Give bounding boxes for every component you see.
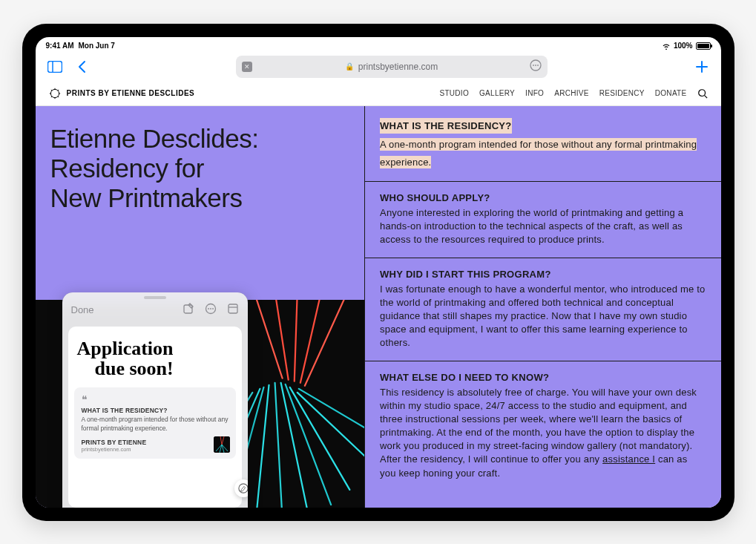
- svg-point-6: [50, 89, 59, 97]
- gear-icon: [49, 88, 61, 99]
- nav-archive[interactable]: ARCHIVE: [554, 89, 589, 97]
- hero-line-1: Etienne Desclides:: [50, 124, 350, 154]
- svg-line-16: [704, 95, 707, 98]
- close-tab-icon[interactable]: ✕: [242, 62, 252, 72]
- markup-badge-icon[interactable]: [234, 479, 248, 497]
- site-logo[interactable]: PRINTS BY ETIENNE DESCLIDES: [49, 88, 195, 99]
- faq-answer: Anyone interested in exploring the world…: [380, 206, 706, 247]
- battery-icon: [696, 42, 711, 50]
- wifi-icon: [662, 42, 671, 50]
- faq-item-3: WHY DID I START THIS PROGRAM? I was fort…: [365, 258, 720, 361]
- faq-item-2: WHO SHOULD APPLY? Anyone interested in e…: [365, 182, 720, 258]
- note-toolbar: [183, 303, 239, 318]
- lock-icon: 🔒: [345, 62, 354, 71]
- svg-point-4: [535, 65, 536, 66]
- quote-title: WHAT IS THE RESIDENCY?: [82, 407, 229, 414]
- svg-line-11: [50, 89, 51, 90]
- faq-question: WHAT IS THE RESIDENCY?: [380, 118, 512, 134]
- note-header: Done: [62, 292, 248, 322]
- svg-point-15: [698, 89, 705, 96]
- done-button[interactable]: Done: [71, 304, 94, 315]
- safari-toolbar: ✕ 🔒 printsbyetienne.com: [36, 52, 721, 82]
- site-title: PRINTS BY ETIENNE DESCLIDES: [67, 89, 195, 97]
- faq-question: WHY DID I START THIS PROGRAM?: [380, 269, 706, 280]
- quote-icon: ❝: [82, 393, 229, 405]
- more-icon[interactable]: [205, 303, 217, 318]
- ipad-device-frame: 9:41 AM Mon Jun 7 100% ✕ 🔒 printsbyetien…: [22, 24, 734, 521]
- faq-answer: I was fortunate enough to have a wonderf…: [380, 283, 706, 350]
- note-link-card[interactable]: ❝ WHAT IS THE RESIDENCY? A one-month pro…: [74, 387, 236, 459]
- hero-line-3: New Printmakers: [50, 183, 350, 213]
- faq-item-1: WHAT IS THE RESIDENCY? A one-month progr…: [365, 106, 720, 183]
- svg-point-5: [537, 65, 539, 66]
- quote-body: A one-month program intended for those w…: [82, 416, 229, 433]
- nav-donate[interactable]: DONATE: [655, 89, 687, 97]
- back-button[interactable]: [73, 58, 91, 76]
- reader-mode-icon[interactable]: [530, 59, 542, 73]
- nav-residency[interactable]: RESIDENCY: [599, 89, 645, 97]
- svg-point-39: [208, 308, 209, 309]
- quote-url: printsbyetienne.com: [82, 446, 229, 453]
- status-time: 9:41 AM: [46, 42, 74, 50]
- nav-gallery[interactable]: GALLERY: [479, 89, 515, 97]
- site-header: PRINTS BY ETIENNE DESCLIDES STUDIO GALLE…: [36, 82, 721, 106]
- svg-line-14: [58, 89, 59, 90]
- battery-pct: 100%: [674, 42, 693, 50]
- drag-handle-icon[interactable]: [144, 296, 166, 299]
- faq-column: WHAT IS THE RESIDENCY? A one-month progr…: [364, 106, 720, 508]
- sidebar-toggle-button[interactable]: [46, 58, 64, 76]
- svg-line-12: [58, 96, 59, 97]
- svg-point-40: [210, 308, 211, 309]
- svg-rect-42: [229, 304, 237, 313]
- ipad-screen: 9:41 AM Mon Jun 7 100% ✕ 🔒 printsbyetien…: [36, 37, 721, 508]
- faq-question: WHO SHOULD APPLY?: [380, 192, 706, 203]
- nav-studio[interactable]: STUDIO: [439, 89, 469, 97]
- svg-rect-37: [184, 305, 192, 313]
- url-text: printsbyetienne.com: [358, 62, 438, 72]
- faq-answer: This residency is absolutely free of cha…: [380, 386, 706, 480]
- svg-point-3: [533, 65, 534, 66]
- faq-item-4: WHAT ELSE DO I NEED TO KNOW? This reside…: [365, 361, 720, 491]
- svg-line-13: [50, 96, 51, 97]
- faq-answer: A one-month program intended for those w…: [380, 138, 697, 168]
- status-date: Mon Jun 7: [78, 42, 114, 50]
- nav-info[interactable]: INFO: [525, 89, 544, 97]
- quote-thumbnail: [214, 436, 230, 453]
- note-body[interactable]: Application due soon! ❝ WHAT IS THE RESI…: [68, 327, 242, 508]
- expand-icon[interactable]: [227, 303, 239, 318]
- address-bar[interactable]: ✕ 🔒 printsbyetienne.com: [236, 56, 548, 78]
- svg-rect-0: [47, 61, 62, 72]
- hero-title: Etienne Desclides: Residency for New Pri…: [50, 124, 350, 214]
- faq-question: WHAT ELSE DO I NEED TO KNOW?: [380, 372, 706, 383]
- quote-source: PRINTS BY ETIENNE: [82, 439, 229, 446]
- search-icon[interactable]: [697, 88, 708, 99]
- compose-icon[interactable]: [183, 303, 194, 318]
- page-content: Etienne Desclides: Residency for New Pri…: [36, 106, 721, 508]
- hero-line-2: Residency for: [50, 154, 350, 183]
- new-tab-button[interactable]: [693, 58, 711, 76]
- quick-note-panel[interactable]: Done Application due soon! ❝ WHAT IS THE: [62, 292, 248, 508]
- svg-point-51: [238, 483, 247, 492]
- svg-point-41: [212, 308, 214, 309]
- handwritten-text: Application due soon!: [74, 334, 236, 388]
- site-nav: STUDIO GALLERY INFO ARCHIVE RESIDENCY DO…: [439, 88, 707, 99]
- status-bar: 9:41 AM Mon Jun 7 100%: [36, 37, 721, 52]
